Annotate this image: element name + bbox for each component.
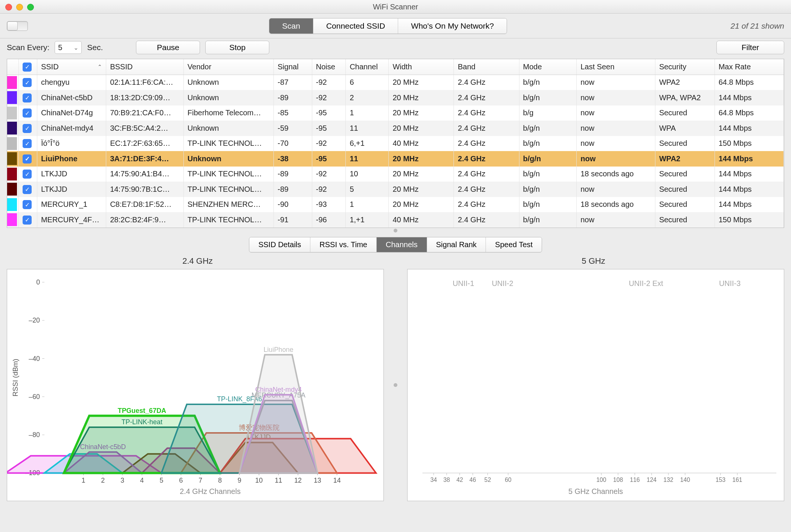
networks-table-wrapper: ✓SSID⌃BSSIDVendorSignalNoiseChannelWidth… bbox=[7, 59, 784, 228]
cell-last_seen: 18 seconds ago bbox=[577, 197, 655, 212]
table-row[interactable]: ✓ChinaNet-D74g70:B9:21:CA:F0…Fiberhome T… bbox=[7, 105, 784, 121]
col-security[interactable]: Security bbox=[655, 59, 715, 75]
col-bssid[interactable]: BSSID bbox=[106, 59, 184, 75]
row-color-swatch bbox=[7, 107, 17, 119]
window-controls bbox=[5, 4, 34, 11]
window-title: WiFi Scanner bbox=[0, 0, 791, 14]
scan-toggle[interactable] bbox=[7, 21, 28, 31]
horizontal-splitter[interactable] bbox=[0, 228, 791, 233]
close-window-button[interactable] bbox=[5, 4, 12, 11]
detail-tab-ssid-details[interactable]: SSID Details bbox=[249, 237, 310, 252]
table-row[interactable]: ✓LTKJJD14:75:90:7B:1C…TP-LINK TECHNOL…-8… bbox=[7, 182, 784, 197]
cell-channel: 6 bbox=[346, 75, 389, 90]
svg-text:161: 161 bbox=[732, 477, 742, 483]
col-last-seen[interactable]: Last Seen bbox=[577, 59, 655, 75]
table-row[interactable]: ✓Ïó°Î°öEC:17:2F:63:65…TP-LINK TECHNOL…-7… bbox=[7, 136, 784, 151]
table-row[interactable]: ✓LiuiPhone3A:71:DE:3F:4…Unknown-38-95112… bbox=[7, 151, 784, 167]
row-checkbox[interactable]: ✓ bbox=[23, 78, 32, 87]
col-noise[interactable]: Noise bbox=[312, 59, 346, 75]
detail-tab-signal-rank[interactable]: Signal Rank bbox=[427, 237, 486, 252]
col-width[interactable]: Width bbox=[389, 59, 454, 75]
table-row[interactable]: ✓ChinaNet-c5bD18:13:2D:C9:09…Unknown-89-… bbox=[7, 90, 784, 105]
col-mode[interactable]: Mode bbox=[519, 59, 577, 75]
cell-noise: -92 bbox=[312, 182, 346, 197]
main-tab-connected-ssid[interactable]: Connected SSID bbox=[313, 18, 398, 34]
col-checkbox[interactable]: ✓ bbox=[19, 59, 37, 75]
svg-text:2.4 GHz Channels: 2.4 GHz Channels bbox=[180, 487, 241, 495]
cell-width: 20 MHz bbox=[389, 90, 454, 105]
cell-security: WPA bbox=[655, 121, 715, 136]
cell-security: Secured bbox=[655, 105, 715, 121]
row-color-swatch bbox=[7, 91, 17, 104]
detail-tabs-row: SSID DetailsRSSI vs. TimeChannelsSignal … bbox=[0, 233, 791, 255]
row-checkbox[interactable]: ✓ bbox=[23, 93, 32, 102]
table-row[interactable]: ✓MERCURY_4F9…28:2C:B2:4F:9…TP-LINK TECHN… bbox=[7, 212, 784, 228]
toolbar-top: ScanConnected SSIDWho's On My Network? 2… bbox=[0, 14, 791, 38]
svg-text:–60: –60 bbox=[29, 393, 40, 400]
col-max-rate[interactable]: Max Rate bbox=[715, 59, 783, 75]
detail-tab-rssi-vs-time[interactable]: RSSI vs. Time bbox=[310, 237, 377, 252]
chart-5ghz-panel: UNII-1UNII-2UNII-2 ExtUNII-3343842465260… bbox=[407, 269, 784, 501]
col-signal[interactable]: Signal bbox=[274, 59, 312, 75]
col-channel[interactable]: Channel bbox=[346, 59, 389, 75]
cell-noise: -93 bbox=[312, 197, 346, 212]
stop-button[interactable]: Stop bbox=[205, 41, 269, 54]
cell-width: 40 MHz bbox=[389, 136, 454, 151]
cell-security: WPA2 bbox=[655, 75, 715, 90]
cell-band: 2.4 GHz bbox=[454, 212, 519, 228]
row-checkbox[interactable]: ✓ bbox=[23, 109, 32, 118]
col-vendor[interactable]: Vendor bbox=[183, 59, 273, 75]
cell-noise: -92 bbox=[312, 75, 346, 90]
main-tab-scan[interactable]: Scan bbox=[269, 18, 313, 34]
row-color-swatch bbox=[7, 198, 17, 211]
svg-text:13: 13 bbox=[314, 477, 321, 484]
row-color-swatch bbox=[7, 152, 17, 165]
pause-button[interactable]: Pause bbox=[136, 41, 200, 54]
table-row[interactable]: ✓LTKJJD14:75:90:A1:B4…TP-LINK TECHNOL…-8… bbox=[7, 167, 784, 182]
detail-tab-speed-test[interactable]: Speed Test bbox=[486, 237, 542, 252]
cell-last_seen: now bbox=[577, 90, 655, 105]
row-checkbox[interactable]: ✓ bbox=[23, 216, 32, 225]
svg-text:10: 10 bbox=[255, 477, 263, 484]
scan-interval-select[interactable]: 5 ⌄ bbox=[55, 41, 82, 54]
cell-max_rate: 150 Mbps bbox=[715, 212, 783, 228]
cell-ssid: chengyu bbox=[37, 75, 106, 90]
cell-last_seen: now bbox=[577, 182, 655, 197]
vertical-splitter[interactable] bbox=[393, 269, 398, 501]
table-row[interactable]: ✓MERCURY_1C8:E7:D8:1F:52…SHENZHEN MERC…-… bbox=[7, 197, 784, 212]
cell-ssid: LTKJJD bbox=[37, 182, 106, 197]
cell-security: Secured bbox=[655, 197, 715, 212]
cell-width: 20 MHz bbox=[389, 151, 454, 167]
left-chart-title: 2.4 GHz bbox=[7, 256, 388, 266]
row-checkbox[interactable]: ✓ bbox=[23, 124, 32, 133]
chevron-down-icon: ⌄ bbox=[73, 44, 78, 51]
row-checkbox[interactable]: ✓ bbox=[23, 139, 32, 148]
main-tabs: ScanConnected SSIDWho's On My Network? bbox=[269, 18, 507, 34]
row-color-swatch bbox=[7, 183, 17, 196]
row-checkbox[interactable]: ✓ bbox=[23, 154, 32, 164]
table-row[interactable]: ✓ChinaNet-mdy43C:FB:5C:A4:2…Unknown-59-9… bbox=[7, 121, 784, 136]
svg-text:116: 116 bbox=[630, 477, 640, 483]
zoom-window-button[interactable] bbox=[27, 4, 34, 11]
table-body: ✓chengyu02:1A:11:F6:CA:…Unknown-87-92620… bbox=[7, 75, 784, 228]
row-checkbox[interactable]: ✓ bbox=[23, 200, 32, 209]
cell-vendor: SHENZHEN MERC… bbox=[183, 197, 273, 212]
cell-vendor: Unknown bbox=[183, 75, 273, 90]
chart-titles: 2.4 GHz 5 GHz bbox=[0, 255, 791, 267]
col-band[interactable]: Band bbox=[454, 59, 519, 75]
cell-vendor: Unknown bbox=[183, 121, 273, 136]
row-checkbox[interactable]: ✓ bbox=[23, 170, 32, 179]
row-checkbox[interactable]: ✓ bbox=[23, 185, 32, 194]
col-ssid[interactable]: SSID⌃ bbox=[37, 59, 106, 75]
svg-text:100: 100 bbox=[596, 477, 606, 483]
cell-last_seen: now bbox=[577, 75, 655, 90]
filter-button[interactable]: Filter bbox=[716, 41, 784, 54]
cell-channel: 11 bbox=[346, 121, 389, 136]
main-tab-who-s-on-my-network-[interactable]: Who's On My Network? bbox=[398, 18, 507, 34]
table-row[interactable]: ✓chengyu02:1A:11:F6:CA:…Unknown-87-92620… bbox=[7, 75, 784, 90]
minimize-window-button[interactable] bbox=[16, 4, 23, 11]
detail-tab-channels[interactable]: Channels bbox=[377, 237, 427, 252]
cell-security: Secured bbox=[655, 212, 715, 228]
cell-max_rate: 144 Mbps bbox=[715, 197, 783, 212]
cell-ssid: ChinaNet-mdy4 bbox=[37, 121, 106, 136]
